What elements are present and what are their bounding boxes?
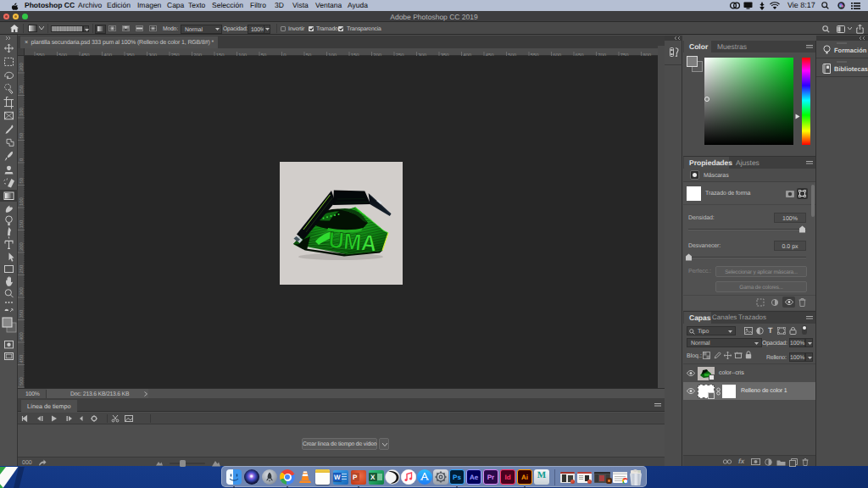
svg-text:50: 50 [19,133,25,138]
svg-text:150: 150 [19,86,25,94]
svg-text:200: 200 [19,63,25,71]
svg-text:300: 300 [19,287,25,296]
svg-text:350: 350 [19,310,25,319]
svg-text:100: 100 [19,197,25,206]
svg-text:0: 0 [19,158,25,161]
svg-text:400: 400 [19,332,25,341]
svg-text:50: 50 [19,178,25,183]
svg-text:250: 250 [19,265,25,274]
svg-text:500: 500 [19,377,25,385]
svg-text:100: 100 [19,108,25,116]
svg-text:150: 150 [19,220,25,229]
svg-text:200: 200 [19,242,25,251]
svg-text:450: 450 [19,355,25,363]
